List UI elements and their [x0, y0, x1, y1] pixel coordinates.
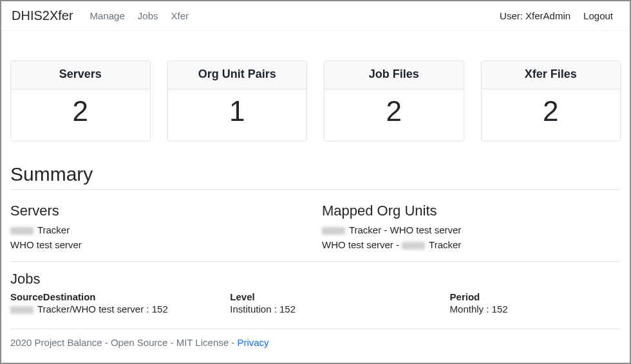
main-content: Servers 2 Org Unit Pairs 1 Job Files 2 X…	[1, 31, 630, 357]
jobs-col-srcdst: SourceDestination Tracker/WHO test serve…	[10, 291, 230, 317]
server-item: Tracker	[10, 223, 309, 238]
jobs-level-value: Institution : 152	[230, 302, 449, 317]
card-title: Xfer Files	[482, 61, 621, 89]
redacted-text	[10, 306, 33, 314]
mapped-item: WHO test server - Tracker	[322, 238, 621, 253]
card-value: 2	[487, 96, 616, 127]
nav-user[interactable]: User: XferAdmin	[493, 6, 577, 25]
redacted-text	[322, 227, 345, 235]
jobs-srcdst-label: SourceDestination	[10, 291, 230, 302]
navbar: DHIS2Xfer Manage Jobs Xfer User: XferAdm…	[1, 1, 630, 31]
jobs-title: Jobs	[10, 271, 621, 287]
footer: 2020 Project Balance - Open Source - MIT…	[10, 329, 621, 348]
jobs-srcdst-value: Tracker/WHO test server : 152	[10, 302, 230, 317]
nav-xfer[interactable]: Xfer	[165, 6, 196, 25]
summary-cards: Servers 2 Org Unit Pairs 1 Job Files 2 X…	[10, 60, 621, 141]
card-value: 2	[330, 96, 458, 127]
nav-jobs[interactable]: Jobs	[131, 6, 165, 25]
footer-privacy-link[interactable]: Privacy	[237, 337, 268, 348]
jobs-col-period: Period Monthly : 152	[450, 291, 621, 317]
mapped-title: Mapped Org Units	[322, 203, 621, 219]
card-title: Job Files	[325, 61, 464, 89]
card-title: Org Unit Pairs	[168, 61, 307, 89]
jobs-col-level: Level Institution : 152	[230, 291, 449, 317]
card-xferfiles: Xfer Files 2	[481, 60, 621, 141]
jobs-period-value: Monthly : 152	[450, 302, 621, 317]
card-value: 2	[16, 96, 145, 127]
card-value: 1	[173, 96, 302, 127]
card-servers: Servers 2	[10, 60, 151, 141]
nav-logout[interactable]: Logout	[577, 6, 619, 25]
server-item: WHO test server	[10, 238, 309, 253]
card-jobfiles: Job Files 2	[324, 60, 464, 141]
servers-section: Servers Tracker WHO test server	[10, 194, 309, 252]
redacted-text	[10, 227, 33, 235]
card-title: Servers	[11, 61, 150, 89]
card-orgunitpairs: Org Unit Pairs 1	[167, 60, 308, 141]
mapped-item: Tracker - WHO test server	[322, 223, 621, 238]
servers-title: Servers	[10, 203, 309, 219]
jobs-level-label: Level	[230, 291, 449, 302]
footer-text: 2020 Project Balance - Open Source - MIT…	[10, 337, 237, 348]
redacted-text	[402, 242, 425, 250]
summary-heading: Summary	[10, 163, 621, 190]
nav-manage[interactable]: Manage	[84, 6, 131, 25]
brand-link[interactable]: DHIS2Xfer	[12, 8, 84, 23]
jobs-period-label: Period	[450, 291, 621, 302]
mapped-section: Mapped Org Units Tracker - WHO test serv…	[322, 194, 621, 252]
